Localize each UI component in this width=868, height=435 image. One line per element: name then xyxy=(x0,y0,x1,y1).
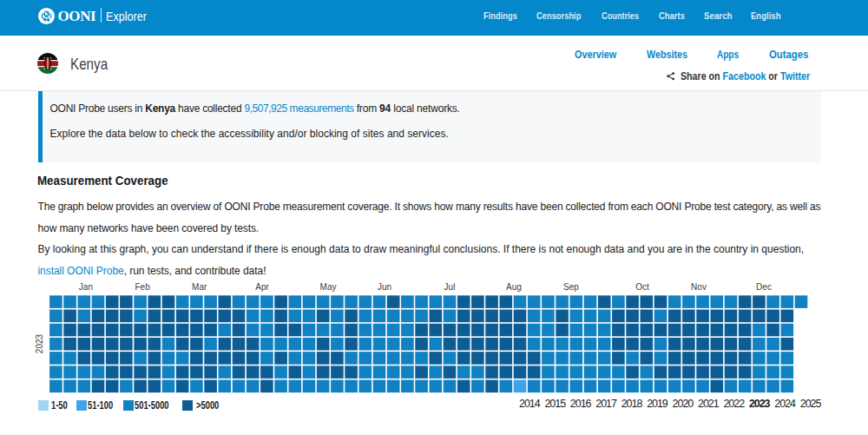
svg-text:Oct: Oct xyxy=(635,282,649,292)
svg-text:Jun: Jun xyxy=(378,282,391,292)
svg-text:Apr: Apr xyxy=(255,282,269,292)
svg-text:Jan: Jan xyxy=(79,282,93,292)
svg-text:Mar: Mar xyxy=(192,282,207,292)
svg-text:Aug: Aug xyxy=(506,282,522,292)
svg-text:2023: 2023 xyxy=(35,333,44,353)
svg-text:Nov: Nov xyxy=(691,282,707,292)
svg-text:May: May xyxy=(320,282,337,292)
svg-text:Dec: Dec xyxy=(756,282,772,292)
svg-text:Jul: Jul xyxy=(444,282,456,292)
svg-text:Sep: Sep xyxy=(563,282,579,292)
svg-text:Feb: Feb xyxy=(135,282,150,292)
